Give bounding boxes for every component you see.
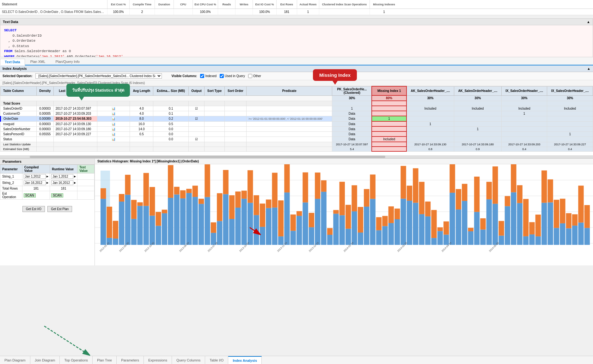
svg-line-0: [44, 326, 89, 355]
svg-rect-132: [480, 218, 486, 230]
svg-rect-147: [529, 234, 535, 245]
svg-rect-92: [358, 207, 363, 233]
svg-rect-150: [535, 215, 541, 236]
table-row[interactable]: rowguid0.000032017-10-27 14:33:09.130📊16…: [1, 121, 593, 126]
tab-plan-xml[interactable]: Plan XML: [26, 58, 50, 65]
cb-indexed-label[interactable]: Indexed: [200, 74, 217, 78]
svg-rect-32: [174, 187, 180, 194]
svg-rect-112: [419, 182, 425, 214]
compiled-val-string2[interactable]: [24, 180, 46, 185]
svg-rect-81: [327, 235, 333, 245]
params-td-runtime-string1: ▶: [50, 173, 77, 180]
svg-rect-134: [486, 182, 492, 199]
tabs-bar: Text Data Plan XML Plan/Query Info: [0, 57, 593, 65]
selected-op-select[interactable]: [Sales].[SalesOrderHeader].[PK_SalesOrde…: [35, 73, 162, 79]
table-row[interactable]: Last Statistics Update2017-10-27 14:33:0…: [1, 142, 593, 147]
svg-rect-77: [315, 199, 320, 245]
cb-indexed[interactable]: [200, 74, 204, 78]
pct-ak2: 30%: [454, 95, 501, 101]
bottom-tab-expressions[interactable]: Expressions: [144, 356, 172, 364]
expand-icon[interactable]: ▲: [587, 20, 590, 24]
svg-rect-12: [113, 221, 118, 239]
cb-other[interactable]: [248, 74, 252, 78]
cb-other-label[interactable]: Other: [248, 74, 261, 78]
svg-rect-29: [168, 198, 173, 245]
table-row[interactable]: SalesPersonID0.055552017-10-27 14:33:09.…: [1, 131, 593, 136]
svg-rect-116: [431, 210, 437, 238]
svg-rect-62: [266, 199, 271, 208]
stmt-header-compiletime: Compile Time: [133, 3, 151, 6]
svg-rect-79: [321, 192, 327, 245]
svg-rect-10: [107, 207, 112, 238]
bottom-tab-query-columns[interactable]: Query Columns: [172, 356, 205, 364]
runtime-val-string1[interactable]: [51, 174, 73, 179]
table-row[interactable]: Total Score: [1, 101, 593, 106]
svg-rect-26: [156, 212, 161, 226]
table-row[interactable]: Estimated Size (MB)5.40.80.90.40.4: [1, 147, 593, 151]
svg-rect-145: [523, 236, 529, 245]
svg-rect-22: [144, 173, 149, 206]
svg-rect-85: [339, 215, 345, 245]
table-row[interactable]: OrderDate0.000892019-10-27 23:54:58.303📊…: [1, 116, 593, 121]
chart-side: Statistics Histogram: Missing Index 1*] …: [95, 159, 593, 265]
svg-rect-49: [229, 219, 235, 245]
svg-rect-54: [241, 191, 247, 198]
svg-rect-128: [468, 228, 474, 231]
svg-rect-166: [584, 205, 590, 228]
th-ix2: IX_SalesOrderHeader_....: [547, 86, 593, 95]
compiled-val-string1[interactable]: [24, 174, 46, 179]
table-row[interactable]: Status📊0.0☑DataIncluded: [1, 136, 593, 142]
stmt-label-statement: Statement: [2, 3, 17, 6]
th-table-column: Table Column: [1, 86, 37, 95]
runtime-val-string2[interactable]: [51, 180, 73, 185]
stmt-header-duration: Duration: [158, 3, 170, 6]
bottom-tab-plan-diagram[interactable]: Plan Diagram: [0, 356, 30, 364]
stmt-col-estrows: Est Rows: [277, 0, 297, 9]
cb-usedinquery[interactable]: [220, 74, 224, 78]
th-predicate: Predicate: [247, 86, 332, 95]
table-hscroll-hint[interactable]: [0, 155, 593, 158]
svg-rect-151: [541, 203, 547, 245]
params-td-compiled-estop: SCAN: [22, 191, 50, 200]
params-td-compiled-string1: ▶: [22, 173, 50, 180]
ia-controls: Selected Operation: [Sales].[SalesOrderH…: [0, 72, 593, 80]
svg-rect-78: [315, 173, 320, 199]
svg-rect-66: [278, 200, 284, 236]
svg-rect-20: [137, 202, 143, 206]
stmt-header-reads: Reads: [222, 3, 231, 6]
svg-rect-90: [352, 185, 357, 211]
table-row[interactable]: SalesOrderID0.000032017-10-27 14:33:07.5…: [1, 106, 593, 111]
svg-rect-80: [321, 180, 327, 192]
th-ak1: AK_SalesOrderHeader_....: [407, 86, 454, 95]
svg-rect-64: [272, 173, 278, 208]
params-side: Parameters Parameter Compiled Value Runt…: [0, 159, 95, 265]
stmt-data-actualrows: 1: [297, 9, 319, 15]
bottom-tab-table-io[interactable]: Table I/O: [205, 356, 228, 364]
stmt-col-estcost: Est Cost %: [107, 0, 130, 9]
statement-data-row[interactable]: SELECT O.SalesOrderID , O.OrderDate , O.…: [0, 9, 593, 15]
svg-rect-135: [492, 204, 498, 245]
svg-rect-56: [248, 170, 253, 203]
tab-plan-query-info[interactable]: Plan/Query Info: [51, 58, 84, 65]
get-est-plan-button[interactable]: Get Est Plan: [47, 206, 72, 212]
svg-rect-87: [345, 229, 351, 245]
cb-usedinquery-label[interactable]: Used in Query: [220, 74, 245, 78]
stmt-data-clustered: [319, 9, 370, 15]
table-row[interactable]: SalesOrderNumber0.000032017-10-27 14:33:…: [1, 126, 593, 131]
get-est-io-button[interactable]: Get Est I/O: [22, 206, 45, 212]
stmt-col-duration: Duration: [155, 0, 174, 9]
stmt-data-missingidx: 1: [370, 9, 398, 15]
svg-rect-31: [174, 195, 180, 245]
text-data-content: SELECT O.SalesOrderID , O.OrderDate , O.…: [0, 25, 593, 57]
bottom-tab-index-analysis[interactable]: Index Analysis: [228, 356, 262, 364]
svg-rect-140: [505, 196, 510, 206]
svg-rect-39: [199, 204, 204, 245]
stmt-header-clustered: Clustered Index Scan Operations: [322, 3, 367, 6]
tab-text-data[interactable]: Text Data: [0, 59, 25, 65]
params-td-compiled-string2: ▶: [22, 180, 50, 186]
ia-expand-icon[interactable]: ▲: [587, 67, 590, 70]
table-row[interactable]: CustomerID0.000052017-10-27 14:33:09.203…: [1, 111, 593, 116]
stmt-col-reads: Reads: [218, 0, 235, 9]
bottom-tab-parameters[interactable]: Parameters: [117, 356, 144, 364]
stmt-header-estrows: Est Rows: [280, 3, 293, 6]
